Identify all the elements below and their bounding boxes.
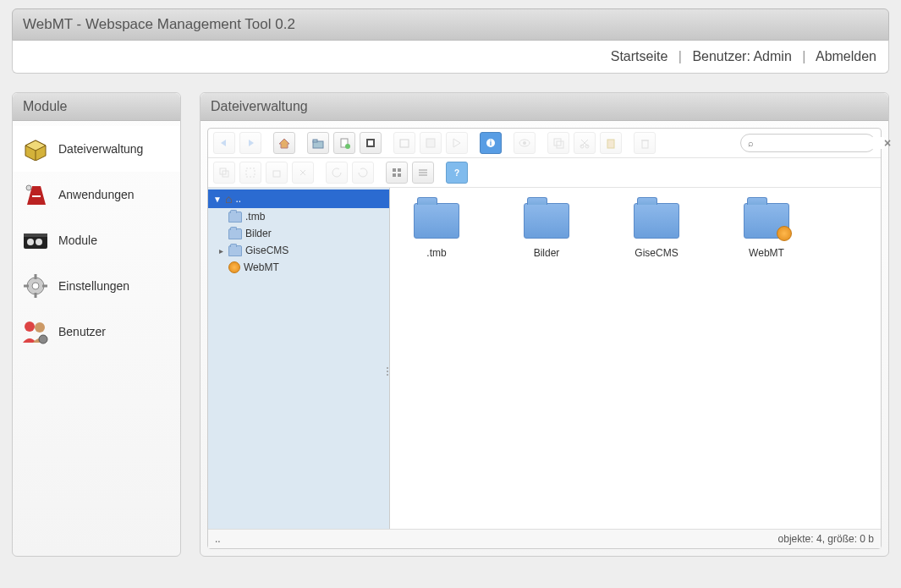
download-button[interactable]: [420, 132, 442, 154]
box-icon: [21, 135, 50, 163]
delete-button[interactable]: [634, 132, 656, 154]
upload-button[interactable]: [360, 132, 382, 154]
svg-point-16: [39, 335, 47, 343]
toolbar-row-1: i ⌕ ×: [208, 129, 881, 158]
tree-root[interactable]: ▼ ⌂ ..: [208, 190, 389, 208]
content-title: Dateiverwaltung: [201, 93, 888, 121]
back-button[interactable]: [213, 132, 235, 154]
help-button[interactable]: ?: [446, 162, 468, 184]
preview-button[interactable]: [514, 132, 536, 154]
svg-rect-23: [400, 140, 409, 147]
toolbar-row-2: ?: [208, 158, 881, 188]
home-icon: ⌂: [225, 192, 232, 206]
svg-rect-29: [554, 139, 561, 146]
new-file-button[interactable]: [333, 132, 355, 154]
sidebar-item-label: Dateiverwaltung: [58, 142, 143, 156]
tree-item-tmb[interactable]: .tmb: [208, 208, 389, 225]
forward-button[interactable]: [239, 132, 261, 154]
clear-search-icon[interactable]: ×: [884, 136, 891, 150]
duplicate-button[interactable]: [213, 162, 235, 184]
extract-button[interactable]: [266, 162, 288, 184]
search-icon: ⌕: [748, 138, 754, 148]
tree-label: Bilder: [245, 228, 272, 239]
paste-button[interactable]: [600, 132, 622, 154]
nav-home-link[interactable]: Startseite: [611, 49, 668, 63]
sidebar-title: Module: [13, 93, 180, 121]
svg-text:i: i: [490, 139, 492, 147]
info-button[interactable]: i: [480, 132, 502, 154]
select-button[interactable]: [446, 132, 468, 154]
folder-item-bilder[interactable]: Bilder: [508, 203, 585, 514]
status-bar: .. objekte: 4, größe: 0 b: [208, 529, 881, 548]
open-button[interactable]: [393, 132, 415, 154]
expand-icon: ▸: [217, 246, 225, 256]
select-all-button[interactable]: [239, 162, 261, 184]
folder-icon: [524, 203, 569, 239]
new-folder-button[interactable]: [307, 132, 329, 154]
svg-rect-39: [273, 171, 280, 177]
svg-rect-42: [393, 173, 396, 177]
tree-item-webmt[interactable]: WebMT: [208, 259, 389, 276]
view-list-button[interactable]: [412, 162, 434, 184]
module-icon: [21, 226, 50, 255]
svg-rect-30: [557, 141, 563, 148]
sidebar-item-label: Module: [58, 234, 97, 247]
svg-rect-24: [426, 139, 435, 147]
gear-icon: [21, 272, 50, 300]
sidebar-item-benutzer[interactable]: Benutzer: [13, 309, 180, 354]
sidebar-item-anwendungen[interactable]: Anwendungen: [13, 172, 180, 217]
svg-point-5: [27, 239, 34, 245]
svg-point-20: [345, 144, 350, 149]
svg-point-15: [35, 322, 45, 332]
tree-item-gisecms[interactable]: ▸ GiseCMS: [208, 242, 389, 259]
copy-button[interactable]: [547, 132, 569, 154]
svg-rect-7: [24, 234, 47, 237]
sidebar-item-label: Einstellungen: [58, 279, 129, 293]
separator: |: [672, 49, 689, 63]
sidebar-item-dateiverwaltung[interactable]: Dateiverwaltung: [13, 126, 180, 172]
content-panel: Dateiverwaltung i: [200, 92, 889, 557]
archive-button[interactable]: [292, 162, 314, 184]
search-input[interactable]: [757, 137, 884, 149]
cut-button[interactable]: [574, 132, 596, 154]
svg-point-6: [36, 239, 42, 245]
tree-label: WebMT: [244, 261, 279, 273]
separator: |: [795, 49, 812, 63]
app-title: WebMT - Webspace Management Tool 0.2: [23, 16, 295, 32]
svg-point-14: [25, 321, 35, 332]
search-box[interactable]: ⌕ ×: [740, 134, 876, 152]
resize-handle[interactable]: [387, 359, 392, 384]
header-nav: Startseite | Benutzer: Admin | Abmelden: [12, 41, 889, 74]
tree-label: .tmb: [245, 211, 265, 223]
sidebar-panel: Module Dateiverwaltung Anwendungen Modul…: [12, 92, 181, 557]
users-icon: [21, 317, 50, 346]
rotate-right-button[interactable]: [352, 162, 374, 184]
collapse-icon: ▼: [213, 195, 222, 204]
folder-item-webmt[interactable]: WebMT: [728, 203, 805, 514]
folder-item-gisecms[interactable]: GiseCMS: [618, 203, 695, 514]
rotate-left-button[interactable]: [326, 162, 348, 184]
tree-item-bilder[interactable]: Bilder: [208, 225, 389, 242]
svg-rect-41: [398, 168, 401, 172]
nav-user-link[interactable]: Benutzer: Admin: [692, 49, 795, 63]
folder-view: .tmb Bilder GiseCMS WebMT: [390, 188, 881, 529]
svg-rect-34: [642, 140, 648, 148]
view-icons-button[interactable]: [386, 162, 408, 184]
folder-item-tmb[interactable]: .tmb: [398, 203, 475, 514]
folder-label: GiseCMS: [635, 247, 678, 259]
sidebar-item-einstellungen[interactable]: Einstellungen: [13, 263, 180, 309]
sidebar-item-label: Benutzer: [58, 325, 106, 338]
tree-label: GiseCMS: [245, 245, 288, 256]
sidebar-item-module[interactable]: Module: [13, 217, 180, 263]
folder-readonly-icon: [744, 203, 789, 239]
nav-logout-link[interactable]: Abmelden: [816, 49, 876, 63]
folder-icon: [228, 228, 242, 239]
home-button[interactable]: [273, 132, 295, 154]
svg-rect-18: [313, 140, 317, 142]
svg-rect-40: [393, 168, 396, 172]
status-info: objekte: 4, größe: 0 b: [778, 533, 874, 545]
sidebar-item-label: Anwendungen: [58, 188, 135, 201]
folder-icon: [414, 203, 459, 239]
folder-label: .tmb: [426, 247, 446, 259]
folder-tree: ▼ ⌂ .. .tmb Bilder ▸: [208, 188, 390, 529]
